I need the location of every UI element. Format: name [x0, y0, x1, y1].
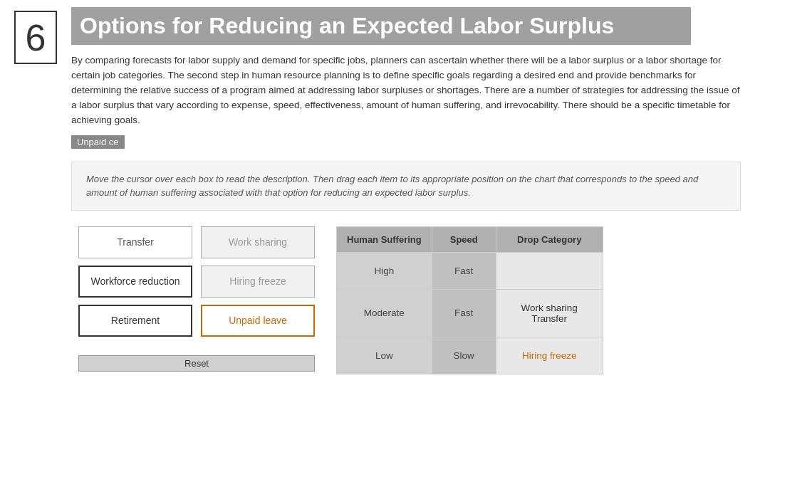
- cell-drop-moderate[interactable]: Work sharingTransfer: [496, 289, 603, 337]
- col-header-suffering: Human Suffering: [337, 226, 432, 252]
- col-header-speed: Speed: [432, 226, 496, 252]
- cell-suffering-high: High: [337, 252, 432, 289]
- reset-button[interactable]: Reset: [78, 355, 315, 372]
- description-text: By comparing forecasts for labor supply …: [71, 53, 741, 128]
- drag-row-2: Workforce reduction Hiring freeze: [78, 266, 315, 298]
- instruction-text: Move the cursor over each box to read th…: [86, 172, 726, 200]
- cell-speed-fast-2: Fast: [432, 289, 496, 337]
- drag-row-1: Transfer Work sharing: [78, 226, 315, 258]
- drag-items-container: Transfer Work sharing Workforce reductio…: [78, 226, 315, 372]
- instruction-box: Move the cursor over each box to read th…: [71, 162, 741, 211]
- main-interaction-area: Transfer Work sharing Workforce reductio…: [71, 226, 798, 374]
- table-row-low: Low Slow Hiring freeze: [337, 337, 603, 374]
- drag-item-transfer[interactable]: Transfer: [78, 226, 192, 258]
- chart-table: Human Suffering Speed Drop Category High…: [336, 226, 603, 374]
- page-title: Options for Reducing an Expected Labor S…: [71, 7, 691, 45]
- unpaid-badge: Unpaid ce: [71, 135, 125, 149]
- cell-speed-fast-1: Fast: [432, 252, 496, 289]
- cell-drop-high[interactable]: [496, 252, 603, 289]
- col-header-drop: Drop Category: [496, 226, 603, 252]
- drag-item-work-sharing[interactable]: Work sharing: [201, 226, 315, 258]
- drag-item-workforce-reduction[interactable]: Workforce reduction: [78, 266, 192, 298]
- drag-item-hiring-freeze[interactable]: Hiring freeze: [201, 266, 315, 298]
- step-number: 6: [14, 11, 57, 64]
- drag-item-retirement[interactable]: Retirement: [78, 305, 192, 337]
- drop-low-text: Hiring freeze: [522, 350, 577, 361]
- cell-drop-low[interactable]: Hiring freeze: [496, 337, 603, 374]
- table-row-high: High Fast: [337, 252, 603, 289]
- cell-suffering-low: Low: [337, 337, 432, 374]
- table-row-moderate: Moderate Fast Work sharingTransfer: [337, 289, 603, 337]
- drag-row-3: Retirement Unpaid leave: [78, 305, 315, 337]
- drop-moderate-text: Work sharingTransfer: [521, 303, 578, 324]
- drag-item-unpaid-leave[interactable]: Unpaid leave: [201, 305, 315, 337]
- content-area: Options for Reducing an Expected Labor S…: [71, 7, 798, 374]
- step-number-col: 6: [14, 7, 71, 374]
- cell-suffering-moderate: Moderate: [337, 289, 432, 337]
- chart-table-wrapper: Human Suffering Speed Drop Category High…: [336, 226, 603, 374]
- cell-speed-slow: Slow: [432, 337, 496, 374]
